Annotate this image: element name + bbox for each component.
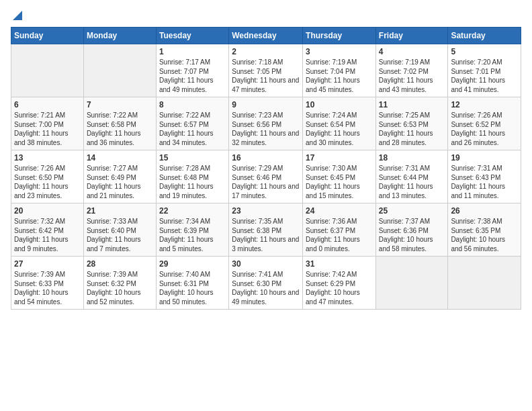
calendar-week-row: 13Sunrise: 7:26 AMSunset: 6:50 PMDayligh… [11, 150, 521, 203]
day-info-line: Daylight: 11 hours and 30 minutes. [306, 129, 373, 147]
calendar-cell: 6Sunrise: 7:21 AMSunset: 7:00 PMDaylight… [11, 97, 84, 150]
day-number: 24 [306, 206, 373, 216]
day-number: 8 [159, 100, 226, 109]
day-number: 25 [379, 206, 445, 216]
weekday-header: Tuesday [156, 28, 228, 44]
day-info-line: Daylight: 11 hours and 45 minutes. [306, 76, 373, 94]
day-info-line: Daylight: 11 hours and 43 minutes. [379, 76, 445, 94]
day-number: 10 [306, 100, 373, 109]
day-content: Sunrise: 7:30 AMSunset: 6:45 PMDaylight:… [306, 164, 373, 200]
day-info-line: Sunset: 6:32 PM [87, 279, 153, 289]
day-number: 13 [14, 153, 81, 163]
day-info-line: Sunset: 6:30 PM [232, 279, 300, 289]
day-content: Sunrise: 7:23 AMSunset: 6:56 PMDaylight:… [232, 111, 300, 147]
day-number: 9 [232, 100, 300, 109]
day-content: Sunrise: 7:35 AMSunset: 6:38 PMDaylight:… [232, 217, 300, 253]
day-info-line: Sunset: 6:54 PM [306, 120, 373, 130]
day-info-line: Sunrise: 7:31 AM [379, 164, 445, 173]
day-info-line: Sunset: 6:48 PM [159, 173, 226, 183]
day-info-line: Sunrise: 7:35 AM [232, 217, 300, 226]
day-info-line: Sunset: 7:02 PM [379, 67, 445, 77]
day-info-line: Sunrise: 7:30 AM [306, 164, 373, 173]
day-info-line: Daylight: 11 hours and 9 minutes. [14, 235, 81, 253]
day-number: 7 [87, 100, 153, 109]
day-number: 2 [232, 47, 300, 56]
day-info-line: Daylight: 11 hours and 38 minutes. [14, 129, 81, 147]
calendar-week-row: 27Sunrise: 7:39 AMSunset: 6:33 PMDayligh… [11, 257, 521, 310]
day-info-line: Sunset: 7:04 PM [306, 67, 373, 77]
day-number: 14 [87, 153, 153, 163]
day-info-line: Sunrise: 7:40 AM [159, 270, 226, 279]
day-info-line: Daylight: 11 hours and 36 minutes. [87, 129, 153, 147]
calendar-cell: 28Sunrise: 7:39 AMSunset: 6:32 PMDayligh… [83, 257, 156, 310]
day-info-line: Sunrise: 7:34 AM [159, 217, 226, 226]
day-info-line: Daylight: 11 hours and 23 minutes. [14, 182, 81, 200]
calendar-cell: 25Sunrise: 7:37 AMSunset: 6:36 PMDayligh… [375, 203, 448, 257]
day-info-line: Sunrise: 7:36 AM [306, 217, 373, 226]
day-number: 19 [451, 153, 518, 163]
day-info-line: Sunrise: 7:17 AM [159, 58, 226, 67]
day-info-line: Sunrise: 7:27 AM [87, 164, 153, 173]
weekday-header: Wednesday [229, 28, 303, 44]
day-content: Sunrise: 7:42 AMSunset: 6:29 PMDaylight:… [306, 270, 373, 306]
calendar-cell: 14Sunrise: 7:27 AMSunset: 6:49 PMDayligh… [83, 150, 156, 203]
day-number: 22 [159, 206, 226, 216]
calendar-cell: 9Sunrise: 7:23 AMSunset: 6:56 PMDaylight… [229, 97, 303, 150]
day-content: Sunrise: 7:34 AMSunset: 6:39 PMDaylight:… [159, 217, 226, 253]
calendar-cell [83, 44, 156, 97]
day-info-line: Sunset: 7:00 PM [14, 120, 81, 130]
calendar-cell: 27Sunrise: 7:39 AMSunset: 6:33 PMDayligh… [11, 257, 84, 310]
day-info-line: Daylight: 11 hours and 28 minutes. [379, 129, 445, 147]
calendar-week-row: 1Sunrise: 7:17 AMSunset: 7:07 PMDaylight… [11, 44, 521, 97]
day-info-line: Daylight: 11 hours and 7 minutes. [87, 235, 153, 253]
calendar-cell: 20Sunrise: 7:32 AMSunset: 6:42 PMDayligh… [11, 203, 84, 257]
calendar-cell: 21Sunrise: 7:33 AMSunset: 6:40 PMDayligh… [83, 203, 156, 257]
day-info-line: Daylight: 10 hours and 56 minutes. [451, 235, 518, 253]
day-info-line: Sunrise: 7:42 AM [306, 270, 373, 279]
calendar-body: 1Sunrise: 7:17 AMSunset: 7:07 PMDaylight… [11, 44, 521, 310]
day-info-line: Sunset: 6:36 PM [379, 226, 445, 236]
calendar-cell: 19Sunrise: 7:31 AMSunset: 6:43 PMDayligh… [448, 150, 521, 203]
logo-triangle-icon [13, 11, 22, 23]
calendar-table: SundayMondayTuesdayWednesdayThursdayFrid… [11, 27, 521, 310]
calendar-cell: 22Sunrise: 7:34 AMSunset: 6:39 PMDayligh… [156, 203, 228, 257]
day-info-line: Sunrise: 7:39 AM [87, 270, 153, 279]
calendar-cell: 15Sunrise: 7:28 AMSunset: 6:48 PMDayligh… [156, 150, 228, 203]
day-info-line: Sunrise: 7:37 AM [379, 217, 445, 226]
day-info-line: Daylight: 11 hours and 5 minutes. [159, 235, 226, 253]
calendar-cell: 2Sunrise: 7:18 AMSunset: 7:05 PMDaylight… [229, 44, 303, 97]
calendar-cell [448, 257, 521, 310]
day-number: 12 [451, 100, 518, 109]
day-content: Sunrise: 7:19 AMSunset: 7:04 PMDaylight:… [306, 58, 373, 94]
calendar-cell: 11Sunrise: 7:25 AMSunset: 6:53 PMDayligh… [375, 97, 448, 150]
day-content: Sunrise: 7:22 AMSunset: 6:58 PMDaylight:… [87, 111, 153, 147]
day-info-line: Sunset: 6:58 PM [87, 120, 153, 130]
calendar-cell: 24Sunrise: 7:36 AMSunset: 6:37 PMDayligh… [303, 203, 376, 257]
day-info-line: Daylight: 11 hours and 47 minutes. [232, 76, 300, 94]
day-info-line: Sunset: 6:35 PM [451, 226, 518, 236]
day-info-line: Daylight: 11 hours and 15 minutes. [306, 182, 373, 200]
day-info-line: Daylight: 10 hours and 54 minutes. [14, 288, 81, 306]
day-number: 26 [451, 206, 518, 216]
day-content: Sunrise: 7:25 AMSunset: 6:53 PMDaylight:… [379, 111, 445, 147]
calendar-cell: 8Sunrise: 7:22 AMSunset: 6:57 PMDaylight… [156, 97, 228, 150]
calendar-cell: 4Sunrise: 7:19 AMSunset: 7:02 PMDaylight… [375, 44, 448, 97]
day-number: 5 [451, 47, 518, 56]
logo [11, 11, 22, 21]
day-info-line: Sunset: 6:50 PM [14, 173, 81, 183]
day-content: Sunrise: 7:36 AMSunset: 6:37 PMDaylight:… [306, 217, 373, 253]
day-info-line: Sunset: 6:31 PM [159, 279, 226, 289]
day-number: 28 [87, 259, 153, 269]
day-content: Sunrise: 7:22 AMSunset: 6:57 PMDaylight:… [159, 111, 226, 147]
day-content: Sunrise: 7:18 AMSunset: 7:05 PMDaylight:… [232, 58, 300, 94]
day-content: Sunrise: 7:31 AMSunset: 6:43 PMDaylight:… [451, 164, 518, 200]
day-content: Sunrise: 7:29 AMSunset: 6:46 PMDaylight:… [232, 164, 300, 200]
day-info-line: Sunset: 6:46 PM [232, 173, 300, 183]
day-info-line: Sunset: 6:49 PM [87, 173, 153, 183]
day-number: 27 [14, 259, 81, 269]
day-number: 17 [306, 153, 373, 163]
day-info-line: Sunrise: 7:20 AM [451, 58, 518, 67]
day-info-line: Sunset: 6:43 PM [451, 173, 518, 183]
day-content: Sunrise: 7:40 AMSunset: 6:31 PMDaylight:… [159, 270, 226, 306]
day-number: 18 [379, 153, 445, 163]
